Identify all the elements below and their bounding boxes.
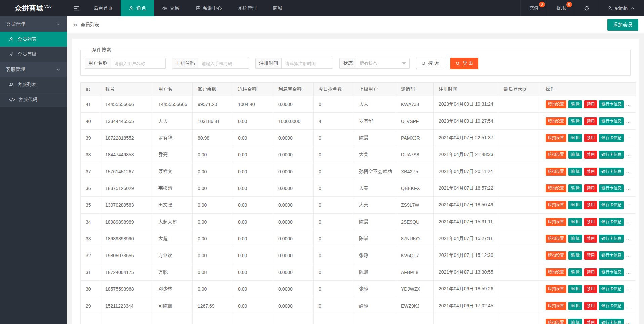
hidden-deduct-button[interactable]: 暗扣设置 — [546, 218, 566, 226]
col-header-frozen: 冻结金额 — [233, 83, 273, 96]
hidden-deduct-button[interactable]: 暗扣设置 — [546, 268, 566, 276]
disable-button[interactable]: 禁用 — [584, 218, 597, 226]
bank-card-button[interactable]: 银行卡信息 — [599, 168, 624, 176]
more-actions-ellipsis: ... — [626, 135, 631, 140]
bank-card-button[interactable]: 银行卡信息 — [599, 302, 624, 310]
hidden-deduct-button[interactable]: 暗扣设置 — [546, 285, 566, 293]
edit-button[interactable]: 编 辑 — [568, 168, 582, 176]
disable-button[interactable]: 禁用 — [584, 151, 597, 159]
nav-item-help-center[interactable]: 帮助中心 — [187, 0, 230, 16]
hidden-deduct-button[interactable]: 暗扣设置 — [546, 184, 566, 192]
cell-parent: 大美 — [354, 146, 396, 163]
status-filter: 状态 所有状态 — [339, 58, 410, 69]
nav-item-system[interactable]: 系统管理 — [230, 0, 265, 16]
disable-button[interactable]: 禁用 — [584, 100, 597, 108]
cell-today-orders: 0 — [314, 146, 354, 163]
sidebar-item-member-list[interactable]: 会员列表 — [0, 32, 67, 47]
status-select[interactable]: 所有状态 — [356, 58, 409, 68]
edit-button[interactable]: 编 辑 — [568, 134, 582, 142]
edit-button[interactable]: 编 辑 — [568, 151, 582, 159]
withdraw-label: 提现 — [557, 5, 566, 11]
col-header-balance: 账户余额 — [193, 83, 233, 96]
username-input[interactable] — [111, 58, 165, 68]
bank-card-button[interactable]: 银行卡信息 — [599, 100, 624, 108]
disable-button[interactable]: 禁用 — [584, 285, 597, 293]
menu-collapse-icon[interactable] — [67, 0, 86, 16]
cell-invite-code: 2SE9QU — [396, 214, 434, 230]
nav-item-dashboard[interactable]: 后台首页 — [86, 0, 121, 16]
edit-button[interactable]: 编 辑 — [568, 201, 582, 209]
bank-card-button[interactable]: 银行卡信息 — [599, 218, 624, 226]
disable-button[interactable]: 禁用 — [584, 184, 597, 192]
withdraw-badge: 0 — [566, 2, 572, 7]
withdraw-button[interactable]: 提现 0 — [548, 0, 575, 16]
edit-button[interactable]: 编 辑 — [568, 117, 582, 125]
nav-item-mall[interactable]: 商城 — [265, 0, 290, 16]
bank-card-button[interactable]: 银行卡信息 — [599, 117, 624, 125]
hidden-deduct-button[interactable]: 暗扣设置 — [546, 134, 566, 142]
sidebar: 会员管理 会员列表 会员等级 客服管理 客服列表 </> 客服代码 — [0, 16, 67, 324]
add-member-button[interactable]: 添加会员 — [607, 19, 638, 31]
cell-username: 大超大超 — [153, 214, 193, 230]
bank-card-button[interactable]: 银行卡信息 — [599, 235, 624, 243]
sidebar-item-member-level[interactable]: 会员等级 — [0, 47, 67, 62]
sidebar-item-service-list[interactable]: 客服列表 — [0, 77, 67, 92]
refresh-button[interactable] — [575, 0, 598, 16]
hidden-deduct-button[interactable]: 暗扣设置 — [546, 319, 566, 324]
hidden-deduct-button[interactable]: 暗扣设置 — [546, 117, 566, 125]
bank-card-button[interactable]: 银行卡信息 — [599, 151, 624, 159]
hidden-deduct-button[interactable]: 暗扣设置 — [546, 201, 566, 209]
edit-button[interactable]: 编 辑 — [568, 251, 582, 260]
disable-button[interactable]: 禁用 — [584, 168, 597, 176]
disable-button[interactable]: 禁用 — [584, 201, 597, 209]
sidebar-group-member-mgmt[interactable]: 会员管理 — [0, 16, 67, 32]
export-button[interactable]: 导 出 — [450, 58, 478, 69]
search-button[interactable]: 搜 索 — [416, 58, 444, 69]
cell-interest: 0.0000 — [273, 130, 314, 146]
cell-balance: 80.98 — [193, 130, 233, 146]
more-actions-ellipsis: ... — [626, 202, 631, 207]
nav-item-trade[interactable]: 交易 — [154, 0, 187, 16]
recharge-button[interactable]: 充值 0 — [520, 0, 548, 16]
regtime-input[interactable] — [282, 58, 333, 68]
phone-input[interactable] — [198, 58, 249, 68]
sidebar-item-service-code[interactable]: </> 客服代码 — [0, 92, 67, 107]
edit-button[interactable]: 编 辑 — [568, 302, 582, 310]
hidden-deduct-button[interactable]: 暗扣设置 — [546, 251, 566, 260]
bank-card-button[interactable]: 银行卡信息 — [599, 319, 624, 324]
disable-button[interactable]: 禁用 — [584, 319, 597, 324]
edit-button[interactable]: 编 辑 — [568, 319, 582, 324]
edit-button[interactable]: 编 辑 — [568, 235, 582, 243]
bank-card-button[interactable]: 银行卡信息 — [599, 268, 624, 276]
disable-button[interactable]: 禁用 — [584, 302, 597, 310]
cell-account: 13344445555 — [100, 113, 153, 130]
bank-card-button[interactable]: 银行卡信息 — [599, 285, 624, 293]
disable-button[interactable]: 禁用 — [584, 235, 597, 243]
bank-card-button[interactable]: 银行卡信息 — [599, 201, 624, 209]
disable-button[interactable]: 禁用 — [584, 268, 597, 276]
hidden-deduct-button[interactable]: 暗扣设置 — [546, 168, 566, 176]
edit-button[interactable]: 编 辑 — [568, 184, 582, 192]
cell-interest: 0.0000 — [273, 197, 314, 214]
user-menu[interactable]: admin — [598, 0, 644, 16]
edit-button[interactable]: 编 辑 — [568, 100, 582, 108]
edit-button[interactable]: 编 辑 — [568, 268, 582, 276]
cell-balance: 0.08 — [193, 264, 233, 281]
cell-invite-code: ZS9L7W — [396, 197, 434, 214]
hidden-deduct-button[interactable]: 暗扣设置 — [546, 151, 566, 159]
bank-card-button[interactable]: 银行卡信息 — [599, 184, 624, 192]
disable-button[interactable]: 禁用 — [584, 134, 597, 142]
hidden-deduct-button[interactable]: 暗扣设置 — [546, 100, 566, 108]
hidden-deduct-button[interactable]: 暗扣设置 — [546, 235, 566, 243]
edit-button[interactable]: 编 辑 — [568, 285, 582, 293]
cell-actions: 暗扣设置编 辑禁用银行卡信息... — [540, 146, 636, 163]
disable-button[interactable]: 禁用 — [584, 251, 597, 260]
nav-item-roles[interactable]: 角色 — [121, 0, 154, 16]
sidebar-group-service-mgmt[interactable]: 客服管理 — [0, 62, 67, 77]
edit-button[interactable]: 编 辑 — [568, 218, 582, 226]
hidden-deduct-button[interactable]: 暗扣设置 — [546, 302, 566, 310]
status-select-value: 所有状态 — [360, 60, 377, 66]
bank-card-button[interactable]: 银行卡信息 — [599, 134, 624, 142]
disable-button[interactable]: 禁用 — [584, 117, 597, 125]
bank-card-button[interactable]: 银行卡信息 — [599, 251, 624, 260]
